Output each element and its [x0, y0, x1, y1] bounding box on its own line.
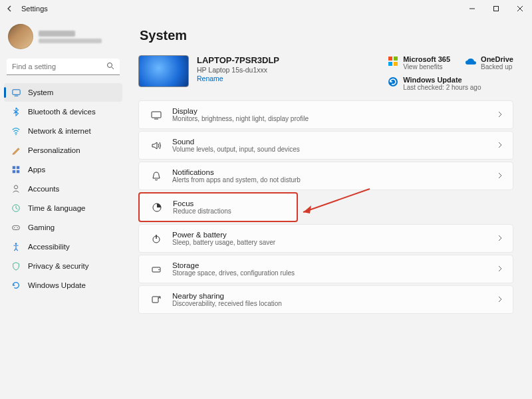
- main-content: System LAPTOP-7PSR3DLP HP Laptop 15s-du1…: [126, 17, 532, 399]
- svg-rect-18: [394, 57, 398, 61]
- device-thumbnail[interactable]: [138, 55, 189, 87]
- status-windows-update[interactable]: Windows UpdateLast checked: 2 hours ago: [387, 76, 513, 91]
- setting-sub: Alerts from apps and system, do not dist…: [172, 176, 301, 184]
- svg-point-11: [14, 186, 17, 189]
- setting-title: Power & battery: [172, 231, 275, 239]
- svg-line-3: [112, 67, 114, 69]
- power-icon: [150, 232, 163, 245]
- setting-sub: Storage space, drives, configuration rul…: [172, 269, 295, 277]
- setting-title: Notifications: [172, 168, 301, 176]
- status-microsoft-365[interactable]: Microsoft 365View benefits: [387, 55, 450, 70]
- device-name: LAPTOP-7PSR3DLP: [197, 55, 279, 65]
- nearby-sharing-icon: [150, 293, 163, 307]
- svg-rect-19: [388, 62, 392, 66]
- setting-sub: Sleep, battery usage, battery saver: [172, 239, 275, 246]
- setting-title: Storage: [172, 261, 295, 269]
- sidebar-item-gaming[interactable]: Gaming: [4, 218, 122, 237]
- setting-notifications[interactable]: NotificationsAlerts from apps and system…: [138, 162, 513, 190]
- svg-point-14: [14, 227, 15, 228]
- setting-focus[interactable]: FocusReduce distractions: [138, 192, 298, 222]
- sidebar-item-accessibility[interactable]: Accessibility: [4, 237, 122, 256]
- gaming-icon: [11, 222, 21, 233]
- status-onedrive[interactable]: OneDriveBacked up: [465, 55, 513, 70]
- sidebar-item-time-language[interactable]: Time & language: [4, 199, 122, 217]
- page-title: System: [140, 28, 513, 43]
- windows-update-status-icon: [387, 76, 399, 88]
- user-profile[interactable]: [4, 21, 122, 56]
- status-sub: Last checked: 2 hours ago: [403, 84, 481, 91]
- svg-rect-20: [394, 62, 398, 66]
- chevron-right-icon: [497, 172, 503, 180]
- close-button[interactable]: [508, 0, 532, 17]
- setting-sound[interactable]: SoundVolume levels, output, input, sound…: [138, 131, 513, 160]
- sidebar-item-label: Privacy & security: [28, 262, 88, 270]
- bluetooth-icon: [11, 106, 21, 117]
- display-icon: [150, 108, 163, 122]
- sidebar-item-apps[interactable]: Apps: [4, 160, 122, 179]
- status-title: Microsoft 365: [403, 55, 450, 63]
- svg-rect-9: [13, 170, 15, 173]
- search-icon: [106, 62, 114, 71]
- back-button[interactable]: [4, 3, 16, 15]
- svg-rect-22: [152, 112, 161, 118]
- user-name-blurred: [39, 31, 75, 37]
- setting-display[interactable]: DisplayMonitors, brightness, night light…: [138, 100, 513, 129]
- setting-storage[interactable]: StorageStorage space, drives, configurat…: [138, 255, 513, 283]
- windows-update-icon: [11, 280, 21, 291]
- svg-point-21: [388, 77, 398, 86]
- search-box[interactable]: [7, 59, 120, 75]
- sidebar-item-privacy[interactable]: Privacy & security: [4, 257, 122, 275]
- svg-rect-8: [17, 166, 19, 169]
- window-title: Settings: [21, 5, 48, 13]
- chevron-right-icon: [497, 265, 503, 273]
- focus-icon: [150, 201, 164, 214]
- device-row: LAPTOP-7PSR3DLP HP Laptop 15s-du1xxx Ren…: [138, 55, 513, 91]
- titlebar: Settings: [0, 0, 532, 17]
- device-model: HP Laptop 15s-du1xxx: [197, 66, 279, 74]
- minimize-button[interactable]: [460, 0, 484, 17]
- sidebar-item-label: Apps: [28, 166, 45, 174]
- onedrive-icon: [465, 55, 477, 67]
- sidebar: System Bluetooth & devices Network & int…: [0, 17, 126, 399]
- sidebar-item-network[interactable]: Network & internet: [4, 122, 122, 140]
- chevron-right-icon: [497, 235, 503, 243]
- search-input[interactable]: [12, 63, 106, 70]
- accounts-icon: [11, 184, 21, 194]
- setting-sub: Reduce distractions: [173, 207, 231, 215]
- user-email-blurred: [39, 39, 102, 43]
- avatar: [8, 24, 33, 49]
- sidebar-item-accounts[interactable]: Accounts: [4, 180, 122, 198]
- sidebar-item-windows-update[interactable]: Windows Update: [4, 276, 122, 295]
- notifications-icon: [150, 170, 163, 183]
- chevron-right-icon: [497, 142, 503, 150]
- svg-point-6: [15, 134, 17, 135]
- setting-power[interactable]: Power & batterySleep, battery usage, bat…: [138, 224, 513, 253]
- maximize-button[interactable]: [484, 0, 508, 17]
- chevron-right-icon: [497, 111, 503, 119]
- setting-title: Display: [172, 107, 309, 115]
- nav-list: System Bluetooth & devices Network & int…: [4, 83, 122, 295]
- status-sub: Backed up: [481, 63, 513, 70]
- setting-title: Focus: [173, 200, 231, 207]
- apps-icon: [11, 164, 21, 175]
- sidebar-item-label: System: [28, 88, 53, 96]
- storage-icon: [150, 263, 163, 276]
- rename-link[interactable]: Rename: [197, 74, 279, 82]
- network-icon: [11, 126, 21, 136]
- sidebar-item-label: Time & language: [28, 204, 86, 212]
- personalization-icon: [11, 145, 21, 156]
- setting-sub: Discoverability, received files location: [172, 300, 282, 307]
- svg-marker-26: [303, 205, 311, 213]
- sidebar-item-label: Network & internet: [28, 127, 91, 135]
- setting-nearby-sharing[interactable]: Nearby sharingDiscoverability, received …: [138, 285, 513, 314]
- annotation-arrow: [297, 186, 376, 219]
- svg-point-30: [158, 269, 160, 270]
- sidebar-item-bluetooth[interactable]: Bluetooth & devices: [4, 102, 122, 121]
- sidebar-item-label: Gaming: [28, 223, 55, 231]
- privacy-icon: [11, 261, 21, 271]
- sidebar-item-label: Bluetooth & devices: [28, 108, 96, 116]
- sidebar-item-label: Accounts: [28, 185, 59, 193]
- sound-icon: [150, 139, 163, 152]
- sidebar-item-system[interactable]: System: [4, 83, 122, 102]
- sidebar-item-personalization[interactable]: Personalization: [4, 141, 122, 160]
